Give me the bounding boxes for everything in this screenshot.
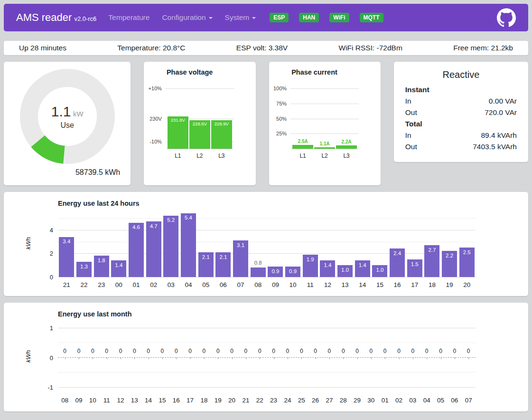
bar <box>336 145 357 149</box>
x-tick-label: 19 <box>211 397 225 404</box>
bar-column: 0 <box>58 322 72 393</box>
day-chart-card: Energy use last 24 hours kWh 0243.41.31.… <box>4 192 528 296</box>
reactive-row: Out 720.0 VAr <box>405 107 517 118</box>
bar-column: 0 <box>113 322 127 393</box>
bar-value-label: 3.4 <box>58 239 75 244</box>
reactive-row-value: 720.0 VAr <box>485 107 517 118</box>
bar-column: 1.4 <box>319 211 336 277</box>
y-tick-label: 230V <box>149 116 162 122</box>
axis-tick <box>176 357 177 359</box>
status-badge-han: HAN <box>299 13 319 22</box>
bar-column: 1.0 <box>336 211 354 277</box>
bar-column: 0 <box>295 322 308 393</box>
bar-value-label: 0.9 <box>267 268 284 274</box>
reactive-row: In 89.4 kVArh <box>405 130 517 141</box>
status-badge-mqtt: MQTT <box>360 13 383 22</box>
bar: 228.6V <box>189 120 210 149</box>
bar-column: 2.5 <box>458 211 476 277</box>
bar-value-label: 1.3 <box>75 264 93 269</box>
bar-value-label: 4.6 <box>128 224 145 230</box>
x-tick-label: 25 <box>295 397 308 404</box>
bar <box>146 221 161 277</box>
bar-column: 4.6 <box>128 211 145 277</box>
github-link[interactable] <box>497 8 516 27</box>
axis-tick <box>427 357 427 359</box>
bar-value-label: 0 <box>322 348 336 354</box>
chart-title: Energy use last 24 hours <box>58 200 521 207</box>
bar-column: 0 <box>406 322 420 393</box>
status-badges: ESP HAN WiFi MQTT <box>270 13 383 22</box>
reactive-card: Reactive Instant In 0.00 VAr Out 720.0 V… <box>394 62 528 162</box>
bar-value-label: 0 <box>211 348 225 354</box>
axis-tick <box>190 357 191 359</box>
reactive-row-value: 89.4 kVArh <box>481 130 517 141</box>
reactive-row: In 0.00 VAr <box>405 95 517 107</box>
x-tick-label: 23 <box>267 397 280 404</box>
bar-column: 1.0 <box>371 211 389 277</box>
bar-column: 5.4 <box>180 211 197 277</box>
bar-value-label: 0 <box>364 348 378 354</box>
x-tick-label: 10 <box>86 397 100 404</box>
y-axis-label: kWh <box>25 350 32 363</box>
x-tick-label: 11 <box>100 397 113 404</box>
nav-item-configuration[interactable]: Configuration <box>156 13 218 22</box>
bar-column: 0 <box>350 322 364 393</box>
gauge-value: 1.1 <box>51 104 71 119</box>
bar-value-label: 0 <box>72 348 85 354</box>
y-tick-label: 1 <box>50 324 53 331</box>
axis-tick <box>134 357 135 359</box>
x-tick-label: 15 <box>155 397 169 404</box>
bar-value-label: 2.5A <box>292 139 313 144</box>
bar-column: 228.9V <box>211 88 232 149</box>
x-tick-label: 12 <box>113 397 127 404</box>
bar-column: 0 <box>141 322 155 393</box>
x-tick-label: 06 <box>215 281 232 288</box>
bar-value-label: 1.4 <box>110 262 128 268</box>
x-tick-label: L3 <box>336 153 357 159</box>
day-chart-x-axis: 2122230001020304050607080910111213141516… <box>58 281 476 288</box>
chart-title: Phase current <box>291 68 358 76</box>
bar-column: 0 <box>169 322 183 393</box>
reactive-section-instant: Instant <box>405 84 517 95</box>
month-chart-card: Energy use last month kWh 10-10000000000… <box>4 303 528 411</box>
day-chart-plot: 0243.41.31.81.44.64.75.25.42.12.13.10.80… <box>58 211 476 277</box>
bar-value-label: 0 <box>100 348 113 354</box>
axis-tick <box>232 357 233 359</box>
phase-voltage-x-axis: L1L2L3 <box>167 153 233 159</box>
axis-tick <box>301 357 302 359</box>
bar-value-label: 0 <box>295 348 308 354</box>
nav-item-system[interactable]: System <box>219 13 262 22</box>
bar-value-label: 0 <box>462 348 476 354</box>
status-free-mem: Free mem: 21.2kb <box>453 44 513 52</box>
x-tick-label: 24 <box>280 397 294 404</box>
bar-value-label: 5.4 <box>180 215 197 220</box>
bar-value-label: 0 <box>350 348 364 354</box>
gridline: 0 <box>58 277 476 277</box>
main-nav: Temperature Configuration System <box>102 13 262 22</box>
bar-column: 0 <box>197 322 211 393</box>
bar-column: 2.4 <box>389 211 406 277</box>
bar-value-label: 2.1 <box>197 254 215 260</box>
bar-column: 0 <box>183 322 197 393</box>
bar-column: 0 <box>239 322 252 393</box>
bar-column: 2.5A <box>292 88 313 149</box>
bar-value-label: 228.6V <box>189 121 210 126</box>
status-temperature: Temperature: 20.8°C <box>117 44 185 52</box>
bar-column: 0 <box>211 322 225 393</box>
x-tick-label: L1 <box>168 153 188 159</box>
x-tick-label: 09 <box>72 397 85 404</box>
x-tick-label: 22 <box>253 397 267 404</box>
x-tick-label: 18 <box>423 281 441 288</box>
bar-value-label: 0 <box>378 348 392 354</box>
x-tick-label: 23 <box>93 281 110 288</box>
bar-value-label: 0 <box>141 348 155 354</box>
month-chart: kWh 10-1000000000000000000000000000000 0… <box>58 322 476 404</box>
bar-column: 2.1 <box>197 211 215 277</box>
x-tick-label: L2 <box>189 153 210 159</box>
nav-item-temperature[interactable]: Temperature <box>102 13 156 22</box>
x-tick-label: 17 <box>183 397 197 404</box>
axis-tick <box>441 357 441 359</box>
axis-tick <box>260 357 260 359</box>
axis-tick <box>162 357 163 359</box>
bar-column: 0 <box>72 322 85 393</box>
